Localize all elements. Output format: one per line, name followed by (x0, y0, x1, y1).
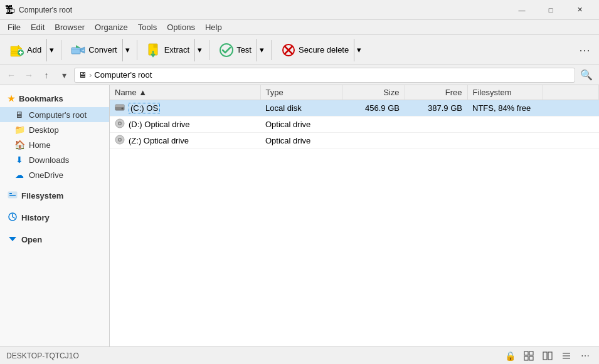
toolbar: Add ▾ Convert ▾ (0, 35, 599, 65)
secure-delete-button[interactable]: Secure delete (276, 39, 354, 61)
add-dropdown[interactable]: ▾ (46, 39, 56, 61)
history-icon (8, 212, 18, 224)
menu-options[interactable]: Options (162, 21, 200, 33)
cloud-icon: ☁ (14, 170, 25, 180)
svg-rect-7 (72, 49, 80, 50)
svg-rect-28 (529, 351, 533, 355)
table-row[interactable]: (Z:) Optical driveOptical drive (110, 133, 599, 149)
computer-icon: 🖥 (14, 110, 25, 120)
sidebar-divider-3 (0, 226, 109, 231)
menu-help[interactable]: Help (200, 21, 227, 33)
svg-rect-14 (9, 193, 12, 194)
extract-button-group[interactable]: Extract ▾ (141, 38, 205, 62)
svg-rect-31 (543, 352, 547, 360)
sidebar-filesystem[interactable]: Filesystem (0, 187, 109, 204)
file-name: (Z:) Optical drive (129, 136, 189, 145)
statusbar-grid1-button[interactable] (521, 349, 536, 363)
col-header-filesystem[interactable]: Filesystem (467, 85, 543, 100)
test-button[interactable]: Test (214, 39, 257, 61)
search-button[interactable]: 🔍 (578, 66, 595, 84)
address-bar[interactable]: 🖥 › Computer's root (74, 68, 575, 83)
window-title: Computer's root (19, 6, 507, 14)
grid-icon-3 (561, 351, 571, 361)
extract-button[interactable]: Extract (142, 39, 194, 61)
separator-2 (137, 40, 137, 60)
statusbar: DESKTOP-TQTCJ1O 🔒 ⋯ (0, 346, 599, 364)
add-button[interactable]: Add (4, 39, 46, 61)
toolbar-more-button[interactable]: ⋯ (574, 41, 595, 60)
bookmarks-label: Bookmarks (19, 94, 63, 103)
sidebar-item-label: Computer's root (29, 110, 87, 120)
titlebar: 🗜 Computer's root — □ ✕ (0, 0, 599, 20)
forward-button[interactable]: → (21, 68, 36, 83)
svg-rect-15 (9, 195, 16, 196)
svg-point-26 (119, 139, 121, 141)
sidebar-item-onedrive[interactable]: ☁ OneDrive (0, 167, 109, 182)
folder-icon: 📁 (14, 125, 25, 135)
svg-rect-29 (524, 356, 528, 360)
sidebar-item-label: Downloads (29, 155, 69, 165)
test-button-group[interactable]: Test ▾ (213, 38, 267, 62)
back-button[interactable]: ← (4, 68, 19, 83)
table-row[interactable]: (C:) OSLocal disk456.9 GB387.9 GBNTFS, 8… (110, 100, 599, 117)
extract-label: Extract (164, 45, 189, 55)
file-table: Name ▲ Type Size Free Filesystem (C:) OS… (110, 85, 599, 149)
col-header-extra (543, 85, 599, 100)
add-icon (9, 43, 24, 58)
menu-organize[interactable]: Organize (90, 21, 133, 33)
sidebar-item-home[interactable]: 🏠 Home (0, 137, 109, 152)
secure-delete-dropdown[interactable]: ▾ (354, 39, 364, 61)
bookmarks-header: ★ Bookmarks (0, 90, 109, 107)
convert-button[interactable]: Convert (66, 39, 122, 61)
file-list: Name ▲ Type Size Free Filesystem (C:) OS… (110, 85, 599, 346)
computer-icon: 🖥 (78, 70, 87, 80)
extract-dropdown[interactable]: ▾ (194, 39, 204, 61)
breadcrumb-path: Computer's root (94, 70, 152, 80)
menu-tools[interactable]: Tools (133, 21, 162, 33)
sidebar-item-desktop[interactable]: 📁 Desktop (0, 122, 109, 137)
statusbar-grid3-button[interactable] (559, 349, 574, 363)
grid-icon-2 (543, 351, 553, 361)
menu-browser[interactable]: Browser (50, 21, 90, 33)
sidebar-open[interactable]: Open (0, 231, 109, 248)
col-header-free[interactable]: Free (405, 85, 467, 100)
table-row[interactable]: (D:) Optical driveOptical drive (110, 117, 599, 133)
convert-button-group[interactable]: Convert ▾ (65, 38, 133, 62)
drive-icon (115, 135, 125, 147)
col-header-type[interactable]: Type (260, 85, 342, 100)
menu-file[interactable]: File (3, 21, 26, 33)
convert-dropdown[interactable]: ▾ (122, 39, 132, 61)
test-dropdown[interactable]: ▾ (257, 39, 267, 61)
sidebar-history[interactable]: History (0, 209, 109, 226)
menu-edit[interactable]: Edit (26, 21, 50, 33)
separator-3 (209, 40, 209, 60)
home-icon: 🏠 (14, 140, 25, 150)
computer-name: DESKTOP-TQTCJ1O (6, 351, 79, 360)
sidebar-item-computers-root[interactable]: 🖥 Computer's root (0, 107, 109, 122)
col-header-name[interactable]: Name ▲ (110, 85, 260, 100)
file-table-body: (C:) OSLocal disk456.9 GB387.9 GBNTFS, 8… (110, 100, 599, 149)
minimize-button[interactable]: — (507, 0, 536, 20)
statusbar-more-button[interactable]: ⋯ (578, 349, 593, 363)
test-icon (219, 43, 234, 58)
secure-delete-button-group[interactable]: Secure delete ▾ (275, 38, 364, 62)
statusbar-grid2-button[interactable] (540, 349, 555, 363)
add-button-group[interactable]: Add ▾ (4, 38, 57, 62)
col-header-size[interactable]: Size (342, 85, 405, 100)
star-icon: ★ (8, 94, 15, 103)
separator-1 (61, 40, 61, 60)
maximize-button[interactable]: □ (536, 0, 565, 20)
sidebar-item-label: OneDrive (29, 170, 63, 180)
up-button[interactable]: ↑ (39, 68, 54, 83)
statusbar-lock-button[interactable]: 🔒 (502, 349, 517, 363)
secure-delete-icon (281, 43, 296, 58)
sidebar-item-label: Desktop (29, 125, 59, 135)
sidebar-item-downloads[interactable]: ⬇ Downloads (0, 152, 109, 167)
svg-point-23 (119, 123, 121, 125)
close-button[interactable]: ✕ (565, 0, 594, 20)
grid-icon-1 (524, 351, 534, 361)
svg-rect-19 (115, 105, 124, 107)
svg-rect-2 (11, 46, 18, 51)
sidebar-divider-2 (0, 204, 109, 209)
path-dropdown-button[interactable]: ▾ (56, 68, 72, 83)
